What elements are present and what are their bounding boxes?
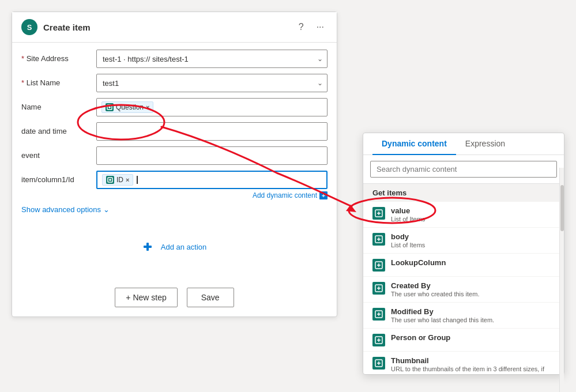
- item-column-row: item/column1/Id ID × Add dynamic: [21, 171, 327, 199]
- id-tag-close[interactable]: ×: [126, 176, 129, 183]
- list-name-row: List Name test1 ⌄: [21, 74, 327, 92]
- question-tag-icon: [106, 103, 114, 111]
- add-action-icon: [142, 242, 153, 252]
- question-tag-text: Question: [116, 103, 144, 111]
- dynamic-item-person-group-text: Person or Group: [391, 333, 555, 342]
- card-body: Site Address test-1 · https:// sites/tes…: [12, 43, 337, 221]
- dynamic-item-lookup[interactable]: LookupColumn: [363, 254, 564, 277]
- card-header: S Create item ? ···: [12, 12, 337, 43]
- help-button[interactable]: ?: [295, 21, 307, 33]
- event-label: event: [21, 146, 96, 160]
- add-action-area[interactable]: Add an action: [12, 232, 337, 261]
- dynamic-item-body-icon: [372, 233, 385, 246]
- list-name-value: test1: [103, 79, 119, 88]
- cursor: [137, 176, 138, 184]
- add-action-label: Add an action: [161, 243, 207, 251]
- dynamic-item-body[interactable]: body List of Items: [363, 228, 564, 254]
- card-header-actions: ? ···: [295, 21, 327, 33]
- date-time-row: date and time: [21, 122, 327, 141]
- get-items-section-header: Get items: [363, 184, 564, 202]
- question-tag-close[interactable]: ×: [146, 104, 149, 111]
- site-address-dropdown[interactable]: test-1 · https:// sites/test-1 ⌄: [96, 50, 327, 68]
- dynamic-item-lookup-text: LookupColumn: [391, 258, 555, 267]
- dynamic-item-modified-by-icon: [372, 308, 385, 321]
- add-dynamic-content-label: Add dynamic content: [253, 191, 317, 199]
- dynamic-content-panel: Dynamic content Expression Get items val…: [363, 133, 564, 375]
- new-step-button[interactable]: + New step: [115, 288, 177, 307]
- show-advanced-label: Show advanced options: [21, 205, 101, 214]
- dynamic-item-modified-by[interactable]: Modified By The user who last changed th…: [363, 303, 564, 329]
- site-address-control: test-1 · https:// sites/test-1 ⌄: [96, 50, 327, 68]
- dynamic-item-value[interactable]: value List of Items: [363, 202, 564, 228]
- item-column-control: ID × Add dynamic content +: [96, 171, 327, 199]
- dynamic-item-value-icon: [372, 207, 385, 220]
- event-control: [96, 146, 327, 165]
- dynamic-panel-search: [363, 155, 564, 184]
- item-column-field[interactable]: ID ×: [96, 171, 327, 189]
- dynamic-item-value-text: value List of Items: [391, 206, 555, 223]
- svg-marker-31: [346, 205, 356, 212]
- list-name-chevron: ⌄: [317, 79, 323, 87]
- site-address-value: test-1 · https:// sites/test-1: [103, 55, 189, 63]
- event-row: event: [21, 146, 327, 165]
- svg-rect-7: [146, 243, 149, 251]
- new-step-label: + New step: [126, 293, 166, 302]
- create-item-card: S Create item ? ··· Site Address test-1 …: [12, 12, 337, 317]
- name-label: Name: [21, 98, 96, 111]
- question-tag: Question ×: [101, 101, 153, 113]
- site-address-label: Site Address: [21, 50, 96, 63]
- dynamic-panel-content: Get items value List of Items body Lis: [363, 184, 564, 374]
- name-row: Name Question ×: [21, 98, 327, 116]
- list-name-label: List Name: [21, 74, 96, 87]
- add-dynamic-content-link[interactable]: Add dynamic content +: [96, 191, 327, 199]
- dynamic-item-lookup-icon: [372, 259, 385, 272]
- tab-expression[interactable]: Expression: [456, 133, 514, 155]
- dynamic-item-modified-by-text: Modified By The user who last changed th…: [391, 307, 555, 323]
- date-time-label: date and time: [21, 122, 96, 135]
- dynamic-item-created-by-icon: [372, 282, 385, 295]
- card-title: Create item: [43, 22, 295, 32]
- id-tag: ID ×: [102, 174, 133, 186]
- tab-dynamic-content[interactable]: Dynamic content: [372, 133, 456, 155]
- dynamic-item-thumbnail-text: Thumbnail URL to the thumbnails of the i…: [391, 356, 555, 374]
- dynamic-item-body-text: body List of Items: [391, 232, 555, 248]
- show-advanced-options[interactable]: Show advanced options ⌄: [21, 205, 327, 214]
- site-address-row: Site Address test-1 · https:// sites/tes…: [21, 50, 327, 68]
- list-name-dropdown[interactable]: test1 ⌄: [96, 74, 327, 92]
- save-button[interactable]: Save: [187, 288, 234, 307]
- id-tag-icon: [106, 176, 114, 184]
- name-field[interactable]: Question ×: [96, 98, 327, 116]
- dynamic-item-created-by[interactable]: Created By The user who created this ite…: [363, 277, 564, 303]
- date-time-field[interactable]: [96, 122, 327, 141]
- id-tag-text: ID: [116, 176, 123, 184]
- dynamic-item-person-group[interactable]: Person or Group: [363, 329, 564, 352]
- scrollbar-thumb[interactable]: [560, 185, 564, 231]
- show-advanced-chevron: ⌄: [103, 205, 110, 214]
- dynamic-search-input[interactable]: [370, 161, 557, 178]
- dynamic-item-created-by-text: Created By The user who created this ite…: [391, 281, 555, 297]
- card-footer-actions: + New step Save: [12, 278, 337, 316]
- dynamic-item-thumbnail-icon: [372, 357, 385, 370]
- more-options-button[interactable]: ···: [313, 21, 327, 33]
- item-column-label: item/column1/Id: [21, 171, 96, 184]
- site-address-chevron: ⌄: [317, 55, 323, 63]
- add-dynamic-plus-icon: +: [319, 191, 327, 199]
- card-header-icon: S: [21, 19, 37, 35]
- scrollbar-track: [559, 168, 564, 392]
- save-label: Save: [201, 293, 220, 302]
- name-control: Question ×: [96, 98, 327, 116]
- date-time-control: [96, 122, 327, 141]
- dynamic-item-thumbnail[interactable]: Thumbnail URL to the thumbnails of the i…: [363, 352, 564, 374]
- list-name-control: test1 ⌄: [96, 74, 327, 92]
- event-field[interactable]: [96, 146, 327, 165]
- dynamic-item-person-group-icon: [372, 334, 385, 346]
- dynamic-panel-tabs: Dynamic content Expression: [363, 133, 564, 155]
